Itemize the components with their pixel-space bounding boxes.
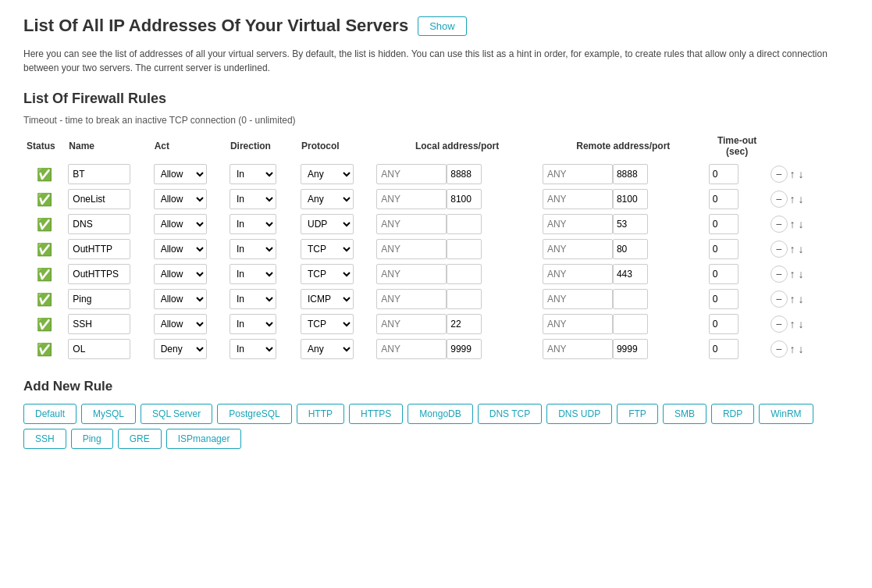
act-select[interactable]: AllowDeny xyxy=(155,190,206,208)
preset-button[interactable]: Ping xyxy=(71,429,113,449)
act-select[interactable]: AllowDeny xyxy=(155,340,206,358)
local-port-input[interactable] xyxy=(447,339,482,359)
preset-button[interactable]: PostgreSQL xyxy=(217,404,291,424)
local-addr-input[interactable] xyxy=(376,189,447,209)
timeout-input[interactable] xyxy=(709,314,739,334)
remote-addr-input[interactable] xyxy=(543,189,613,209)
preset-button[interactable]: FTP xyxy=(617,404,658,424)
timeout-input[interactable] xyxy=(709,264,739,284)
act-select[interactable]: AllowDeny xyxy=(155,215,206,233)
remote-addr-input[interactable] xyxy=(543,314,613,334)
timeout-input[interactable] xyxy=(709,189,739,209)
name-input[interactable] xyxy=(68,264,130,284)
remote-addr-input[interactable] xyxy=(543,214,613,234)
remote-addr-input[interactable] xyxy=(543,339,613,359)
move-up-button[interactable]: ↑ xyxy=(789,193,796,205)
local-port-input[interactable] xyxy=(447,239,482,259)
preset-button[interactable]: HTTPS xyxy=(349,404,403,424)
direction-select[interactable]: InOut xyxy=(230,165,276,184)
local-addr-input[interactable] xyxy=(376,314,447,334)
name-input[interactable] xyxy=(68,314,130,334)
move-down-button[interactable]: ↓ xyxy=(798,243,805,255)
timeout-input[interactable] xyxy=(709,289,739,309)
local-addr-input[interactable] xyxy=(376,339,447,359)
move-up-button[interactable]: ↑ xyxy=(789,218,796,230)
direction-select[interactable]: InOut xyxy=(230,315,276,333)
direction-select[interactable]: InOut xyxy=(230,240,276,258)
act-select[interactable]: AllowDeny xyxy=(155,265,206,283)
move-down-button[interactable]: ↓ xyxy=(798,218,805,230)
preset-button[interactable]: DNS TCP xyxy=(478,404,542,424)
preset-button[interactable]: GRE xyxy=(118,429,162,449)
preset-button[interactable]: SQL Server xyxy=(141,404,212,424)
act-select[interactable]: AllowDeny xyxy=(155,315,206,333)
local-port-input[interactable] xyxy=(447,214,482,234)
timeout-input[interactable] xyxy=(709,214,739,234)
move-up-button[interactable]: ↑ xyxy=(789,293,796,305)
remote-port-input[interactable] xyxy=(613,339,648,359)
move-up-button[interactable]: ↑ xyxy=(789,168,796,180)
remove-rule-button[interactable]: − xyxy=(771,241,788,258)
local-addr-input[interactable] xyxy=(376,289,447,309)
local-addr-input[interactable] xyxy=(376,264,447,284)
direction-select[interactable]: InOut xyxy=(230,215,276,233)
protocol-select[interactable]: AnyTCPUDPICMP xyxy=(301,265,353,283)
act-select[interactable]: AllowDeny xyxy=(155,240,206,258)
preset-button[interactable]: HTTP xyxy=(297,404,344,424)
name-input[interactable] xyxy=(68,214,130,234)
show-button[interactable]: Show xyxy=(418,16,467,36)
local-port-input[interactable] xyxy=(447,264,482,284)
remove-rule-button[interactable]: − xyxy=(771,340,788,358)
move-down-button[interactable]: ↓ xyxy=(798,318,805,330)
remote-port-input[interactable] xyxy=(613,214,648,234)
remove-rule-button[interactable]: − xyxy=(771,265,788,283)
preset-button[interactable]: RDP xyxy=(711,404,754,424)
protocol-select[interactable]: AnyTCPUDPICMP xyxy=(301,340,353,358)
direction-select[interactable]: InOut xyxy=(230,290,276,308)
act-select[interactable]: AllowDeny xyxy=(155,165,206,184)
remote-port-input[interactable] xyxy=(613,189,648,209)
preset-button[interactable]: ISPmanager xyxy=(166,429,242,449)
move-up-button[interactable]: ↑ xyxy=(789,343,796,355)
move-down-button[interactable]: ↓ xyxy=(798,268,805,280)
move-down-button[interactable]: ↓ xyxy=(798,293,805,305)
timeout-input[interactable] xyxy=(709,164,739,184)
timeout-input[interactable] xyxy=(709,239,739,259)
preset-button[interactable]: SMB xyxy=(663,404,706,424)
act-select[interactable]: AllowDeny xyxy=(155,290,206,308)
remote-addr-input[interactable] xyxy=(543,239,613,259)
local-addr-input[interactable] xyxy=(376,214,447,234)
move-up-button[interactable]: ↑ xyxy=(789,243,796,255)
protocol-select[interactable]: AnyTCPUDPICMP xyxy=(301,315,353,333)
direction-select[interactable]: InOut xyxy=(230,340,276,358)
direction-select[interactable]: InOut xyxy=(230,265,276,283)
preset-button[interactable]: WinRM xyxy=(759,404,813,424)
preset-button[interactable]: SSH xyxy=(23,429,66,449)
remote-addr-input[interactable] xyxy=(543,164,613,184)
remove-rule-button[interactable]: − xyxy=(771,216,788,233)
move-down-button[interactable]: ↓ xyxy=(798,193,805,205)
name-input[interactable] xyxy=(68,339,130,359)
remove-rule-button[interactable]: − xyxy=(771,315,788,333)
move-up-button[interactable]: ↑ xyxy=(789,318,796,330)
protocol-select[interactable]: AnyTCPUDPICMP xyxy=(301,240,353,258)
preset-button[interactable]: DNS UDP xyxy=(546,404,612,424)
name-input[interactable] xyxy=(68,164,130,184)
remote-addr-input[interactable] xyxy=(543,264,613,284)
local-port-input[interactable] xyxy=(447,289,482,309)
timeout-input[interactable] xyxy=(709,339,739,359)
local-port-input[interactable] xyxy=(447,314,482,334)
remote-port-input[interactable] xyxy=(613,289,648,309)
remote-port-input[interactable] xyxy=(613,264,648,284)
local-port-input[interactable] xyxy=(447,164,482,184)
preset-button[interactable]: MongoDB xyxy=(408,404,472,424)
name-input[interactable] xyxy=(68,239,130,259)
remove-rule-button[interactable]: − xyxy=(771,191,788,208)
remote-port-input[interactable] xyxy=(613,314,648,334)
protocol-select[interactable]: AnyTCPUDPICMP xyxy=(301,165,353,184)
protocol-select[interactable]: AnyTCPUDPICMP xyxy=(301,190,353,208)
name-input[interactable] xyxy=(68,289,130,309)
preset-button[interactable]: Default xyxy=(23,404,77,424)
local-port-input[interactable] xyxy=(447,189,482,209)
remote-port-input[interactable] xyxy=(613,239,648,259)
